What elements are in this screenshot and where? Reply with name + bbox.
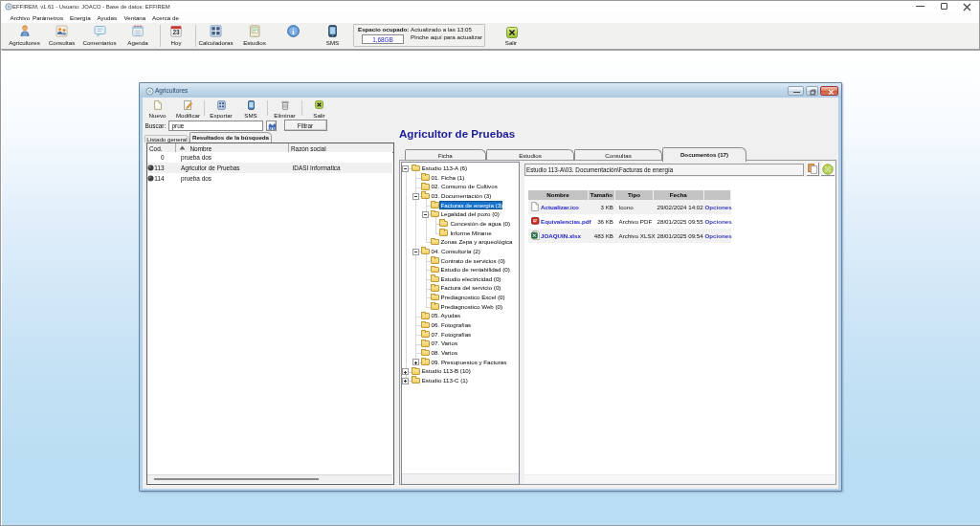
svg-text:23: 23: [172, 29, 180, 35]
